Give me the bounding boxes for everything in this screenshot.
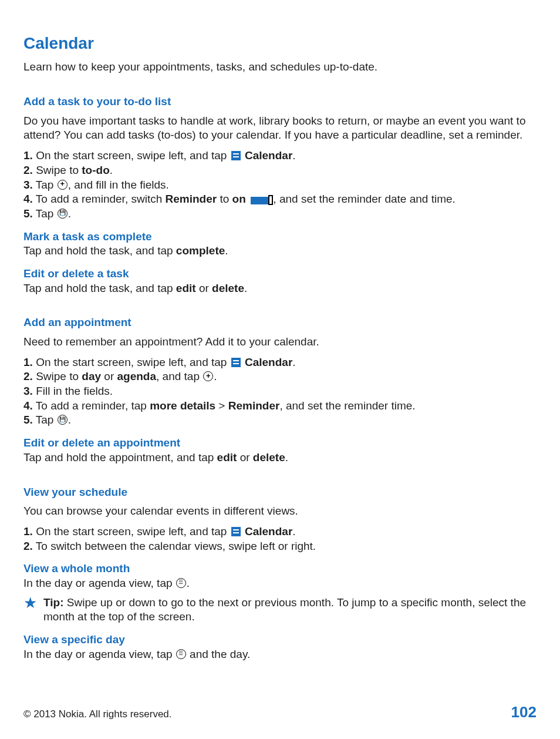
intro-text: Learn how to keep your appointments, tas… bbox=[23, 60, 537, 75]
text: . bbox=[285, 451, 288, 463]
text: or bbox=[237, 451, 252, 463]
copyright-text: © 2013 Nokia. All rights reserved. bbox=[23, 708, 172, 721]
step-text: or bbox=[101, 370, 117, 382]
step: 2. Swipe to day or agenda, and tap . bbox=[23, 370, 537, 384]
step-number: 2. bbox=[23, 164, 33, 176]
text: and the day. bbox=[187, 648, 250, 660]
step-text: . bbox=[292, 149, 295, 162]
text: . bbox=[225, 244, 228, 257]
step-text: To switch between the calendar views, sw… bbox=[33, 540, 316, 552]
step-number: 1. bbox=[23, 149, 33, 162]
step: 5. Tap . bbox=[23, 413, 537, 428]
step-text: Swipe to bbox=[33, 370, 82, 382]
manual-page: Calendar Learn how to keep your appointm… bbox=[0, 0, 560, 739]
steps-list: 1. On the start screen, swipe left, and … bbox=[23, 355, 537, 428]
section-heading-add-appointment: Add an appointment bbox=[23, 315, 537, 330]
delete-label: delete bbox=[253, 451, 285, 463]
steps-list: 1. On the start screen, swipe left, and … bbox=[23, 149, 537, 221]
section-body: Need to remember an appointment? Add it … bbox=[23, 335, 537, 350]
step: 3. Tap , and fill in the fields. bbox=[23, 178, 537, 193]
edit-label: edit bbox=[176, 282, 196, 294]
step-number: 2. bbox=[23, 540, 33, 552]
text: . bbox=[187, 577, 190, 589]
step-text: Fill in the fields. bbox=[33, 385, 113, 397]
step-text: , and fill in the fields. bbox=[68, 179, 169, 191]
tip-text: Swipe up or down to go to the next or pr… bbox=[43, 596, 526, 623]
text: Tap and hold the task, and tap bbox=[23, 282, 176, 294]
todo-label: to-do bbox=[82, 164, 109, 176]
step-text: to bbox=[217, 193, 232, 205]
sub-body: Tap and hold the task, and tap edit or d… bbox=[23, 281, 537, 296]
step-text: On the start screen, swipe left, and tap bbox=[33, 356, 230, 368]
step-text: . bbox=[68, 414, 71, 426]
step: 1. On the start screen, swipe left, and … bbox=[23, 525, 537, 539]
step-text: Tap bbox=[33, 207, 57, 220]
step-number: 3. bbox=[23, 179, 33, 191]
calendar-tile-icon bbox=[231, 358, 241, 367]
step-text: To add a reminder, tap bbox=[33, 399, 150, 412]
on-label: on bbox=[232, 193, 246, 205]
step-text: , and set the reminder time. bbox=[279, 399, 415, 412]
step: 4. To add a reminder, tap more details >… bbox=[23, 399, 537, 414]
sub-body: In the day or agenda view, tap . bbox=[23, 576, 537, 591]
steps-list: 1. On the start screen, swipe left, and … bbox=[23, 525, 537, 553]
step: 5. Tap . bbox=[23, 207, 537, 221]
toggle-icon bbox=[251, 197, 268, 204]
month-view-icon bbox=[176, 578, 186, 588]
sub-body: In the day or agenda view, tap and the d… bbox=[23, 647, 537, 662]
plus-icon bbox=[203, 371, 213, 381]
step: 1. On the start screen, swipe left, and … bbox=[23, 355, 537, 370]
subheading-edit-delete-task: Edit or delete a task bbox=[23, 267, 537, 281]
text: Tap and hold the appointment, and tap bbox=[23, 451, 217, 463]
delete-label: delete bbox=[212, 282, 244, 294]
step-text: . bbox=[292, 356, 295, 368]
step-number: 1. bbox=[23, 356, 33, 368]
step: 2. Swipe to to-do. bbox=[23, 163, 537, 178]
calendar-tile-icon bbox=[231, 151, 241, 160]
step-text: Tap bbox=[33, 179, 57, 191]
section-heading-add-task: Add a task to your to-do list bbox=[23, 95, 537, 109]
text: Tap and hold the task, and tap bbox=[23, 244, 176, 257]
step-text: , and set the reminder date and time. bbox=[270, 193, 456, 205]
text: In the day or agenda view, tap bbox=[23, 577, 176, 589]
tip-label: Tip: bbox=[43, 596, 63, 609]
sub-body: Tap and hold the task, and tap complete. bbox=[23, 244, 537, 258]
reminder-label: Reminder bbox=[228, 399, 280, 412]
step-number: 5. bbox=[23, 207, 33, 220]
step: 3. Fill in the fields. bbox=[23, 384, 537, 399]
step-text: Swipe to bbox=[33, 164, 82, 176]
step-text: . bbox=[292, 525, 295, 538]
step-text: On the start screen, swipe left, and tap bbox=[33, 149, 230, 162]
section-heading-view-schedule: View your schedule bbox=[23, 485, 537, 500]
step-text: . bbox=[110, 164, 113, 176]
subheading-mark-complete: Mark a task as complete bbox=[23, 230, 537, 244]
step-text: Tap bbox=[33, 414, 57, 426]
text: . bbox=[244, 282, 247, 294]
sub-body: Tap and hold the appointment, and tap ed… bbox=[23, 451, 537, 465]
step-number: 5. bbox=[23, 414, 33, 426]
calendar-label: Calendar bbox=[242, 149, 293, 162]
tip-box: ★ Tip: Swipe up or down to go to the nex… bbox=[23, 596, 537, 624]
subheading-edit-delete-appointment: Edit or delete an appointment bbox=[23, 436, 537, 451]
day-label: day bbox=[82, 370, 101, 382]
section-body: Do you have important tasks to handle at… bbox=[23, 114, 537, 143]
step-text: To add a reminder, switch bbox=[33, 193, 166, 205]
tip-body: Tip: Swipe up or down to go to the next … bbox=[43, 596, 537, 624]
plus-icon bbox=[58, 180, 68, 190]
edit-label: edit bbox=[217, 451, 237, 463]
step-text: On the start screen, swipe left, and tap bbox=[33, 525, 230, 538]
step-number: 1. bbox=[23, 525, 33, 538]
subheading-view-specific-day: View a specific day bbox=[23, 633, 537, 647]
agenda-label: agenda bbox=[117, 370, 157, 382]
star-icon: ★ bbox=[23, 596, 40, 609]
text: or bbox=[196, 282, 212, 294]
step: 4. To add a reminder, switch Reminder to… bbox=[23, 192, 537, 207]
text: In the day or agenda view, tap bbox=[23, 648, 176, 660]
step: 2. To switch between the calendar views,… bbox=[23, 539, 537, 554]
step-number: 3. bbox=[23, 385, 33, 397]
step-number: 2. bbox=[23, 370, 33, 382]
more-details-label: more details bbox=[150, 399, 215, 412]
section-body: You can browse your calendar events in d… bbox=[23, 504, 537, 519]
save-icon bbox=[58, 415, 68, 425]
complete-label: complete bbox=[176, 244, 225, 257]
